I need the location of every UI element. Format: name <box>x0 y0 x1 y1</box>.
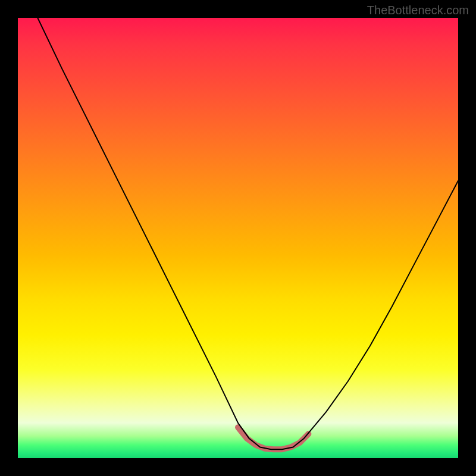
plot-area <box>18 18 458 458</box>
watermark-text: TheBottleneck.com <box>367 4 469 17</box>
chart-svg <box>18 18 458 458</box>
bottleneck-curve <box>37 18 458 449</box>
